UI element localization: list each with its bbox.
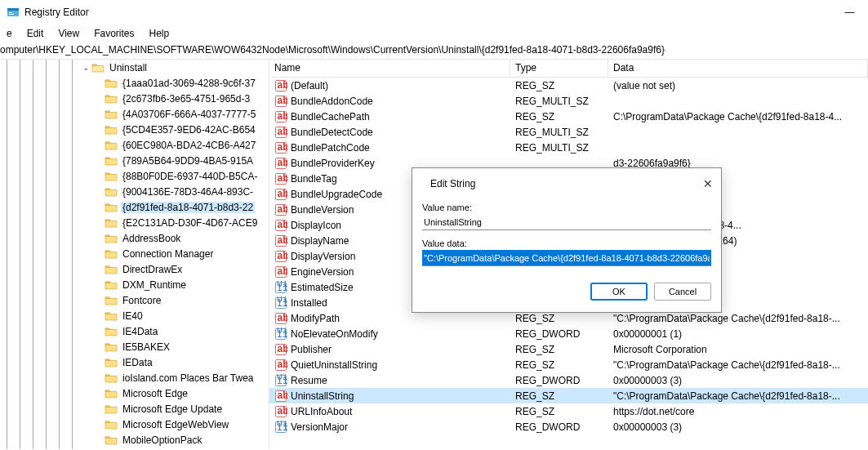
- tree-node[interactable]: {88B0F0DE-6937-440D-B5CA-: [0, 168, 259, 184]
- tree-node[interactable]: {1aaa01ad-3069-4288-9c6f-37: [0, 75, 259, 91]
- tree-node[interactable]: DirectDrawEx: [0, 261, 259, 277]
- tree-label: {d2f91fed-8a18-4071-b8d3-22: [121, 202, 255, 213]
- tree-node[interactable]: {2c673fb6-3e65-4751-965d-3: [0, 91, 259, 106]
- ok-button[interactable]: OK: [590, 283, 648, 301]
- list-row[interactable]: abUninstallStringREG_SZ"C:\ProgramData\P…: [269, 388, 868, 403]
- tree-node[interactable]: Fontcore: [0, 292, 259, 308]
- list-row[interactable]: abBundleDetectCodeREG_MULTI_SZ: [269, 124, 868, 140]
- svg-text:110: 110: [277, 421, 287, 433]
- tree-node[interactable]: Connection Manager: [0, 246, 259, 261]
- folder-icon: [105, 248, 118, 260]
- svg-rect-3: [9, 14, 14, 15]
- list-row[interactable]: ab(Default)REG_SZ(value not set): [269, 78, 868, 93]
- svg-text:ab: ab: [278, 405, 288, 417]
- string-value-icon: ab: [274, 188, 287, 201]
- dialog-titlebar[interactable]: Edit String ✕: [412, 168, 721, 199]
- value-data: (value not set): [608, 80, 868, 91]
- tree-pane[interactable]: ⌄Uninstall{1aaa01ad-3069-4288-9c6f-37{2c…: [0, 60, 269, 449]
- cancel-button[interactable]: Cancel: [654, 283, 711, 301]
- tree-label: {60EC980A-BDA2-4CB6-A427: [121, 140, 257, 151]
- string-value-icon: ab: [274, 172, 287, 185]
- list-header: Name Type Data: [269, 60, 868, 78]
- binary-value-icon: 011110: [274, 421, 287, 434]
- svg-text:ab: ab: [278, 390, 288, 401]
- value-name: Resume: [291, 375, 510, 386]
- value-name-input[interactable]: [422, 214, 711, 230]
- tree-node[interactable]: Microsoft Edge Update: [0, 401, 259, 417]
- tree-node[interactable]: DXM_Runtime: [0, 277, 259, 292]
- tree-node[interactable]: {E2C131AD-D30F-4D67-ACE9: [0, 215, 259, 230]
- menu-file[interactable]: e: [0, 26, 19, 41]
- svg-text:ab: ab: [278, 359, 288, 370]
- menu-favorites[interactable]: Favorites: [87, 26, 140, 41]
- svg-text:ab: ab: [278, 126, 288, 137]
- column-name[interactable]: Name: [269, 60, 510, 77]
- tree-node[interactable]: {60EC980A-BDA2-4CB6-A427: [0, 137, 259, 153]
- value-type: REG_DWORD: [510, 375, 608, 386]
- string-value-icon: ab: [274, 359, 287, 372]
- tree-node[interactable]: ioIsland.com Places Bar Twea: [0, 370, 259, 385]
- value-name: ModifyPath: [291, 313, 510, 324]
- tree-node[interactable]: {d2f91fed-8a18-4071-b8d3-22: [0, 199, 259, 215]
- value-name: UninstallString: [291, 390, 510, 402]
- svg-text:ab: ab: [278, 219, 288, 230]
- tree-node[interactable]: Microsoft EdgeWebView: [0, 417, 259, 432]
- folder-icon: [105, 295, 118, 306]
- list-row[interactable]: abPublisherREG_SZMicrosoft Corporation: [269, 341, 868, 357]
- value-type: REG_SZ: [510, 406, 608, 417]
- list-row[interactable]: abURLInfoAboutREG_SZhttps://dot.net/core: [269, 403, 868, 419]
- folder-icon: [105, 78, 118, 89]
- value-data-input[interactable]: [422, 250, 711, 266]
- value-data: "C:\ProgramData\Package Cache\{d2f91fed-…: [608, 390, 868, 402]
- value-name: (Default): [291, 80, 510, 91]
- tree-node[interactable]: MPlayer2: [0, 448, 259, 449]
- tree-node-uninstall[interactable]: ⌄Uninstall: [0, 60, 259, 75]
- tree-node[interactable]: {5CD4E357-9ED6-42AC-B654: [0, 122, 259, 137]
- tree-node[interactable]: {4A03706F-666A-4037-7777-5: [0, 106, 259, 122]
- svg-text:ab: ab: [278, 172, 288, 184]
- folder-icon: [105, 202, 118, 213]
- value-name: VersionMajor: [291, 421, 510, 433]
- value-name: QuietUninstallString: [291, 359, 510, 371]
- tree-node[interactable]: IEData: [0, 354, 259, 370]
- value-name: BundlePatchCode: [291, 142, 510, 154]
- tree-node[interactable]: Microsoft Edge: [0, 385, 259, 401]
- folder-icon: [105, 403, 118, 415]
- svg-text:ab: ab: [278, 203, 288, 215]
- tree-node[interactable]: {789A5B64-9DD9-4BA5-915A: [0, 153, 259, 168]
- folder-icon: [91, 62, 105, 74]
- chevron-down-icon[interactable]: ⌄: [80, 63, 91, 72]
- list-row[interactable]: 011110VersionMajorREG_DWORD0x00000003 (3…: [269, 419, 868, 434]
- tree-label: MobileOptionPack: [121, 434, 203, 446]
- tree-node[interactable]: IE5BAKEX: [0, 339, 259, 354]
- list-row[interactable]: abQuietUninstallStringREG_SZ"C:\ProgramD…: [269, 357, 868, 372]
- minimize-button[interactable]: —: [831, 0, 868, 25]
- value-name: NoElevateOnModify: [291, 328, 510, 340]
- tree-label: IE40: [121, 310, 145, 322]
- menu-edit[interactable]: Edit: [20, 26, 51, 41]
- menu-help[interactable]: Help: [143, 26, 176, 41]
- column-type[interactable]: Type: [510, 60, 608, 77]
- tree-node[interactable]: MobileOptionPack: [0, 432, 259, 448]
- value-data: 0x00000001 (1): [608, 328, 868, 340]
- tree-node[interactable]: IE4Data: [0, 323, 259, 339]
- column-data[interactable]: Data: [608, 60, 868, 77]
- list-row[interactable]: abBundleAddonCodeREG_MULTI_SZ: [269, 93, 868, 109]
- list-row[interactable]: 011110ResumeREG_DWORD0x00000003 (3): [269, 372, 868, 388]
- tree-node[interactable]: {9004136E-78D3-46A4-893C-: [0, 184, 259, 199]
- tree-label: {4A03706F-666A-4037-7777-5: [121, 109, 257, 120]
- tree-node[interactable]: IE40: [0, 308, 259, 323]
- string-value-icon: ab: [274, 405, 287, 418]
- tree-node[interactable]: AddressBook: [0, 230, 259, 246]
- list-row[interactable]: 011110NoElevateOnModifyREG_DWORD0x000000…: [269, 326, 868, 341]
- close-icon[interactable]: ✕: [703, 177, 713, 190]
- folder-icon: [105, 434, 118, 446]
- svg-text:ab: ab: [278, 343, 288, 354]
- list-row[interactable]: abBundlePatchCodeREG_MULTI_SZ: [269, 140, 868, 155]
- tree-label: AddressBook: [121, 233, 182, 244]
- value-data: Microsoft Corporation: [608, 344, 868, 355]
- svg-rect-2: [9, 12, 12, 13]
- address-bar[interactable]: omputer\HKEY_LOCAL_MACHINE\SOFTWARE\WOW6…: [0, 42, 868, 60]
- list-row[interactable]: abBundleCachePathREG_SZC:\ProgramData\Pa…: [269, 109, 868, 124]
- menu-view[interactable]: View: [51, 26, 86, 41]
